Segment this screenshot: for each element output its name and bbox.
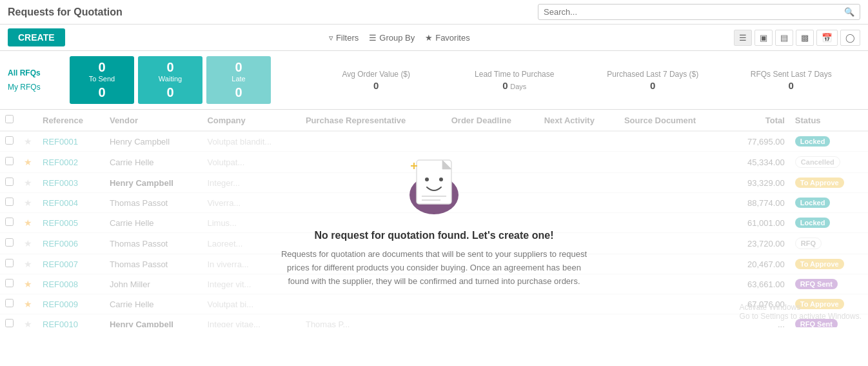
stat-card-waiting[interactable]: 0 Waiting 0 [138, 56, 202, 104]
empty-state-overlay: No request for quotation found. Let's cr… [0, 110, 868, 327]
view-kanban-button[interactable]: ▣ [755, 30, 773, 46]
empty-state: No request for quotation found. Let's cr… [266, 136, 602, 301]
view-grid-button[interactable]: ▤ [775, 30, 793, 46]
summary-sent-value: 0 [730, 80, 853, 91]
stat-card-to-send[interactable]: 0 To Send 0 [70, 56, 134, 104]
summary-purchased-label: Purchased Last 7 Days ($) [591, 70, 715, 79]
svg-point-4 [425, 178, 429, 181]
stat-cards: 0 To Send 0 0 Waiting 0 0 Late 0 [70, 56, 271, 104]
summary-lead-label: Lead Time to Purchase [453, 70, 577, 79]
summary-sent: RFQs Sent Last 7 Days 0 [722, 67, 861, 94]
view-list-button[interactable]: ☰ [734, 30, 752, 46]
favorites-icon: ★ [425, 33, 433, 43]
summary-purchased-value: 0 [591, 80, 715, 91]
filter-group: ▿ Filters ☰ Group By ★ Favorites [329, 33, 470, 43]
empty-state-description: Requests for quotation are documents tha… [279, 248, 589, 288]
view-toggles: ☰ ▣ ▤ ▩ 📅 ◯ [734, 30, 860, 46]
stat-waiting-num2: 0 [151, 85, 190, 100]
my-rfqs-tab[interactable]: My RFQs [8, 81, 59, 93]
stats-area: All RFQs My RFQs 0 To Send 0 0 Waiting 0… [0, 51, 868, 110]
action-bar: CREATE ▿ Filters ☰ Group By ★ Favorites … [0, 25, 868, 51]
stat-waiting-label: Waiting [151, 75, 190, 83]
summary-avg-value: 0 [315, 80, 438, 91]
stat-late-num: 0 [219, 60, 258, 75]
page-title: Requests for Quotation [8, 6, 123, 18]
summary-lead-time: Lead Time to Purchase 0 Days [446, 67, 584, 94]
filters-label: Filters [336, 33, 359, 43]
summary-avg-label: Avg Order Value ($) [315, 70, 438, 79]
stat-card-late[interactable]: 0 Late 0 [206, 56, 271, 104]
summary-avg-order: Avg Order Value ($) 0 [307, 67, 446, 94]
stat-to-send-num2: 0 [83, 85, 121, 100]
table-area: Reference Vendor Company Purchase Repres… [0, 110, 868, 327]
empty-illustration [399, 148, 469, 219]
all-rfqs-tab[interactable]: All RFQs [8, 67, 59, 79]
stat-late-num2: 0 [219, 85, 258, 100]
stat-to-send-num: 0 [83, 60, 121, 75]
rfq-tabs: All RFQs My RFQs [8, 56, 59, 104]
search-bar: 🔍 [538, 4, 860, 20]
summary-sent-label: RFQs Sent Last 7 Days [730, 70, 853, 79]
view-chart-button[interactable]: ▩ [796, 30, 814, 46]
favorites-button[interactable]: ★ Favorites [425, 33, 469, 43]
create-button[interactable]: CREATE [8, 28, 65, 46]
view-clock-button[interactable]: ◯ [840, 30, 860, 46]
view-calendar-button[interactable]: 📅 [816, 30, 838, 46]
summary-purchased: Purchased Last 7 Days ($) 0 [584, 67, 722, 94]
empty-state-title: No request for quotation found. Let's cr… [279, 230, 589, 241]
filters-button[interactable]: ▿ Filters [329, 33, 359, 43]
top-bar: Requests for Quotation 🔍 [0, 0, 868, 25]
stat-to-send-label: To Send [83, 75, 121, 83]
groupby-label: Group By [379, 33, 415, 43]
svg-point-5 [439, 178, 443, 181]
groupby-icon: ☰ [369, 33, 377, 43]
stat-late-label: Late [219, 75, 258, 83]
search-icon[interactable]: 🔍 [844, 7, 854, 17]
summary-lead-value: 0 [502, 80, 508, 91]
filter-icon: ▿ [329, 33, 333, 43]
favorites-label: Favorites [435, 33, 469, 43]
summary-stats: Avg Order Value ($) 0 Lead Time to Purch… [307, 56, 860, 104]
summary-lead-unit: Days [510, 83, 526, 90]
groupby-button[interactable]: ☰ Group By [369, 33, 415, 43]
stat-waiting-num: 0 [151, 60, 190, 75]
search-input[interactable] [544, 7, 844, 17]
